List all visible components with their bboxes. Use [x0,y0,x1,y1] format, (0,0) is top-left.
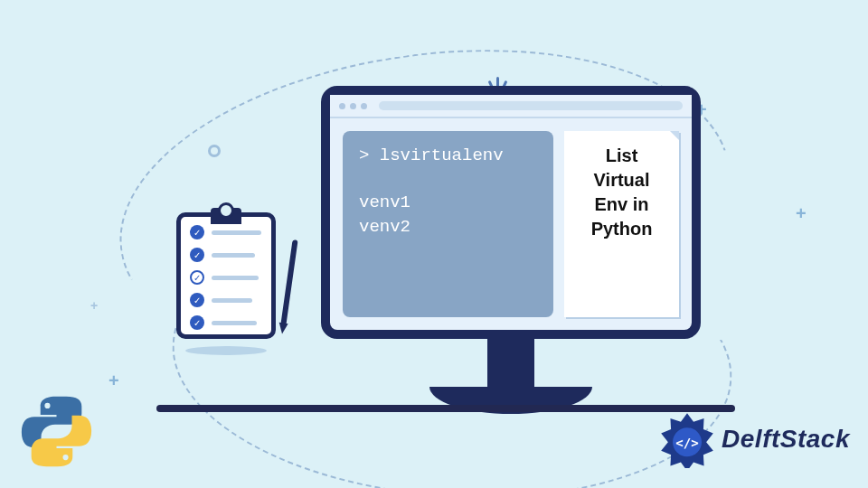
terminal-output-line: venv2 [359,215,537,239]
delftstack-logo: </> DelftStack [658,410,850,468]
note-line: Virtual [571,168,672,192]
python-logo-icon [18,393,95,470]
clipboard-clip-icon [211,208,241,224]
sparkle-icon: + [90,298,98,313]
desk-line [156,405,735,412]
check-icon: ✓ [190,248,204,262]
note-line: Python [571,217,672,241]
browser-bar [330,95,692,118]
sparkle-icon: + [108,371,119,391]
clipboard-illustration: ✓ ✓ ✓ ✓ ✓ [176,212,276,339]
code-badge-icon: </> [658,410,716,468]
check-icon: ✓ [190,225,204,239]
brand-name: DelftStack [722,425,850,454]
note-line: List [571,144,672,168]
ring-icon [208,145,221,157]
note-line: Env in [571,192,672,217]
pencil-icon [280,239,297,325]
svg-text:</>: </> [675,436,698,450]
terminal-panel: > lsvirtualenv venv1 venv2 [343,131,553,317]
check-icon: ✓ [190,315,204,330]
check-icon: ✓ [190,270,204,285]
check-icon: ✓ [190,293,204,307]
sparkle-icon: + [796,203,807,224]
sticky-note: List Virtual Env in Python [564,131,679,317]
terminal-output-line: venv1 [359,191,537,215]
monitor-illustration: > lsvirtualenv venv1 venv2 List Virtual … [321,86,701,414]
terminal-command: > lsvirtualenv [359,145,537,165]
